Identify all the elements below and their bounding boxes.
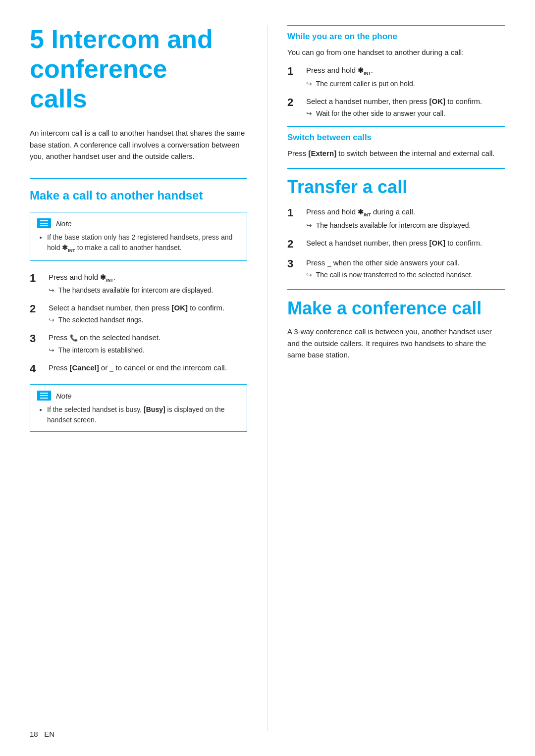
phone-end-icon-2: ⎯: [327, 259, 331, 267]
transfer-step-arrow-3: ↪ The call is now transferred to the sel…: [306, 270, 473, 280]
note-icon-2: [37, 391, 51, 401]
ok-key-3: [OK]: [429, 239, 446, 247]
step-num-3: 3: [30, 332, 46, 345]
step-content-3: Press 📞 on the selected handset. ↪ The i…: [49, 332, 160, 355]
extern-key: [Extern]: [309, 149, 337, 157]
note-content-2: If the selected handset is busy, [Busy] …: [37, 404, 240, 425]
step-4: 4 Press [Cancel] or ⎯ to cancel or end t…: [30, 362, 247, 375]
step-content-1: Press and hold ✱INT. ↪ The handsets avai…: [49, 272, 213, 296]
step-3: 3 Press 📞 on the selected handset. ↪ The…: [30, 332, 247, 355]
step-content-4: Press [Cancel] or ⎯ to cancel or end the…: [49, 362, 227, 374]
note-header-1: Note: [37, 218, 240, 228]
switch-calls-heading: Switch between calls: [287, 133, 505, 143]
wop-step-arrow-2: ↪ Wait for the other side to answer your…: [306, 108, 482, 119]
note-icon-lines-2: [40, 393, 48, 399]
transfer-step-content-3: Press ⎯ when the other side answers your…: [306, 257, 473, 281]
phone-talk-icon-1: 📞: [70, 334, 78, 342]
wop-step-arrow-1: ↪ The current caller is put on hold.: [306, 79, 415, 89]
transfer-step-1: 1 Press and hold ✱INT during a call. ↪ T…: [287, 206, 505, 230]
page-lang: EN: [44, 730, 54, 738]
note-content-1: If the base station only has 2 registere…: [37, 232, 240, 254]
transfer-step-content-1: Press and hold ✱INT during a call. ↪ The…: [306, 206, 471, 230]
wop-step-1: 1 Press and hold ✱INT. ↪ The current cal…: [287, 65, 505, 89]
transfer-step-arrow-1: ↪ The handsets available for intercom ar…: [306, 220, 471, 231]
transfer-step-num-1: 1: [287, 206, 303, 219]
while-on-phone-intro: You can go from one handset to another d…: [287, 47, 505, 58]
step-num-1: 1: [30, 272, 46, 285]
note-header-2: Note: [37, 391, 240, 401]
page-number: 18: [30, 730, 38, 738]
step-2: 2 Select a handset number, then press [O…: [30, 302, 247, 326]
asterisk-sym-wop1: ✱INT: [358, 66, 371, 74]
wop-step-num-2: 2: [287, 96, 303, 109]
busy-key: [Busy]: [144, 405, 165, 413]
wop-step-content-1: Press and hold ✱INT. ↪ The current calle…: [306, 65, 415, 89]
while-on-phone-heading: While you are on the phone: [287, 32, 505, 42]
chapter-intro: An intercom call is a call to another ha…: [30, 127, 247, 162]
cancel-key-1: [Cancel]: [70, 363, 99, 372]
section-divider-right-3: [287, 168, 505, 169]
transfer-step-content-2: Select a handset number, then press [OK]…: [306, 238, 482, 249]
wop-step-num-1: 1: [287, 65, 303, 78]
chapter-number: 5: [30, 25, 44, 53]
step-num-2: 2: [30, 302, 46, 315]
conference-call-text: A 3-way conference call is between you, …: [287, 326, 505, 360]
chapter-title: 5 Intercom and conference calls: [30, 25, 247, 113]
note-label-1: Note: [56, 219, 72, 228]
asterisk-sym-s1: ✱INT: [100, 273, 113, 281]
page-footer: 18 EN: [30, 730, 54, 738]
phone-end-icon-1: ⎯: [109, 364, 113, 372]
transfer-step-3: 3 Press ⎯ when the other side answers yo…: [287, 257, 505, 281]
transfer-step-num-3: 3: [287, 257, 303, 270]
note-icon-1: [37, 218, 51, 228]
wop-step-2: 2 Select a handset number, then press [O…: [287, 96, 505, 119]
note-icon-lines-1: [40, 220, 48, 226]
step-1: 1 Press and hold ✱INT. ↪ The handsets av…: [30, 272, 247, 296]
make-call-heading: Make a call to another handset: [30, 188, 247, 203]
note-box-2: Note If the selected handset is busy, [B…: [30, 384, 247, 432]
ok-key-2: [OK]: [429, 97, 446, 105]
note-label-2: Note: [56, 392, 72, 400]
transfer-heading: Transfer a call: [287, 177, 505, 198]
section-divider-right-2: [287, 126, 505, 127]
switch-calls-text: Press [Extern] to switch between the int…: [287, 148, 505, 159]
asterisk-symbol-1: ✱INT: [62, 244, 75, 252]
ok-key-1: [OK]: [172, 303, 188, 312]
asterisk-sym-t1: ✱INT: [358, 208, 371, 216]
step-arrow-3: ↪ The intercom is established.: [49, 345, 160, 355]
transfer-step-num-2: 2: [287, 238, 303, 251]
section-divider-right-1: [287, 25, 505, 26]
section-divider-right-4: [287, 289, 505, 290]
step-arrow-2: ↪ The selected handset rings.: [49, 315, 224, 325]
conference-heading: Make a conference call: [287, 298, 505, 319]
note-box-1: Note If the base station only has 2 regi…: [30, 212, 247, 260]
step-content-2: Select a handset number, then press [OK]…: [49, 302, 224, 326]
step-arrow-1: ↪ The handsets available for intercom ar…: [49, 285, 213, 296]
wop-step-content-2: Select a handset number, then press [OK]…: [306, 96, 482, 119]
transfer-step-2: 2 Select a handset number, then press [O…: [287, 238, 505, 251]
step-num-4: 4: [30, 362, 46, 375]
section-divider-1: [30, 178, 247, 179]
